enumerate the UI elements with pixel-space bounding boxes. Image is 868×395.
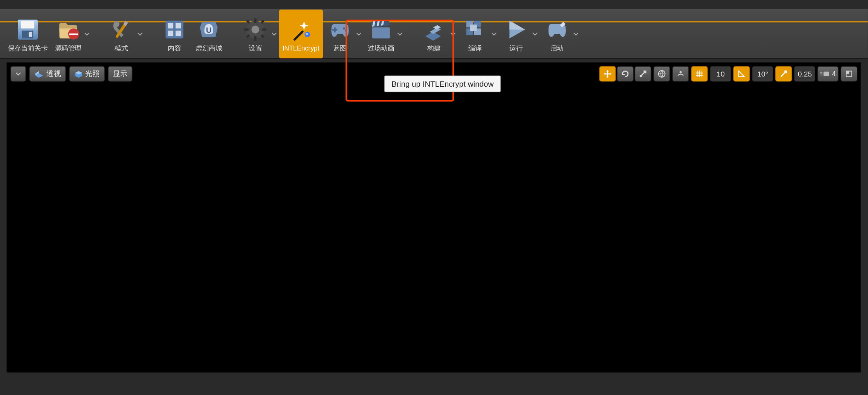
toolbar-label: 虚幻商城	[196, 44, 222, 53]
perspective-icon	[34, 70, 44, 78]
transform-scale-button[interactable]	[635, 66, 651, 81]
angle-snap-value[interactable]: 10°	[752, 66, 773, 81]
perspective-dropdown[interactable]: 透视	[29, 66, 66, 81]
toolbar-label: 蓝图	[333, 44, 346, 53]
build-button[interactable]: 构建	[417, 9, 451, 58]
svg-rect-14	[254, 18, 257, 23]
toolbar-label: 运行	[509, 44, 523, 53]
marketplace-button[interactable]: U 虚幻商城	[192, 9, 226, 58]
transform-translate-button[interactable]	[599, 66, 616, 81]
surface-snap-toggle[interactable]	[672, 66, 689, 81]
toolbar-label: 构建	[427, 44, 440, 53]
toolbar-label: 编译	[468, 44, 481, 53]
svg-rect-35	[470, 24, 477, 31]
camera-speed-button[interactable]: 4	[818, 66, 838, 81]
magic-wand-icon	[287, 17, 315, 44]
move-icon	[603, 69, 612, 78]
scale-snap-icon	[779, 69, 789, 78]
svg-point-28	[342, 27, 345, 29]
toolbar-label: 内容	[168, 44, 181, 53]
cube-lit-icon	[74, 70, 83, 78]
cinematics-button[interactable]: 过场动画	[364, 9, 398, 58]
show-dropdown[interactable]: 显示	[108, 66, 133, 81]
grid-icon	[695, 69, 704, 78]
settings-button[interactable]: 设置	[238, 9, 272, 58]
svg-text:U: U	[206, 25, 212, 34]
svg-rect-11	[176, 31, 181, 36]
svg-point-29	[345, 29, 347, 32]
viewport-right-toolbar: 10 10° 0.25 4	[599, 66, 857, 81]
toolbar-label: 过场动画	[368, 44, 394, 53]
play-button[interactable]: 运行	[499, 9, 533, 58]
tooltip: Bring up INTLEncrypt window	[384, 75, 501, 92]
clapperboard-icon	[367, 16, 395, 43]
source-control-icon	[54, 16, 82, 43]
svg-rect-43	[846, 71, 849, 74]
grid-snap-value[interactable]: 10	[710, 66, 731, 81]
svg-rect-8	[168, 23, 173, 28]
svg-rect-41	[824, 72, 829, 76]
perspective-label: 透视	[46, 69, 61, 79]
svg-rect-4	[29, 32, 32, 37]
modes-button[interactable]: 模式	[104, 9, 138, 58]
svg-rect-17	[262, 28, 266, 31]
grid-snap-toggle[interactable]	[691, 66, 708, 81]
svg-rect-23	[293, 30, 304, 41]
build-icon	[420, 16, 448, 43]
content-browser-button[interactable]: 内容	[157, 9, 191, 58]
toolbar-label: 启动	[550, 44, 564, 53]
svg-point-40	[680, 71, 682, 73]
toolbar-label: 保存当前关卡	[8, 44, 48, 53]
show-label: 显示	[113, 69, 127, 79]
launch-button[interactable]: 启动	[540, 9, 574, 58]
content-icon	[160, 16, 188, 43]
angle-icon	[737, 69, 746, 78]
compile-button[interactable]: 编译	[458, 9, 492, 58]
scale-icon	[639, 69, 648, 78]
svg-rect-2	[21, 20, 34, 28]
gamepad-icon	[326, 16, 354, 43]
rotate-icon	[621, 69, 630, 78]
toolbar-label: 设置	[249, 44, 262, 53]
svg-rect-16	[244, 28, 249, 31]
svg-rect-30	[372, 27, 390, 38]
viewport-options-dropdown[interactable]	[11, 66, 26, 81]
coordinate-system-toggle[interactable]	[654, 66, 670, 81]
svg-rect-10	[168, 31, 173, 36]
svg-point-22	[251, 25, 259, 33]
main-toolbar: 保存当前关卡 源码管理 模式	[0, 9, 868, 59]
play-icon	[502, 16, 530, 43]
globe-icon	[657, 69, 666, 78]
surface-snap-icon	[676, 69, 685, 78]
intlencrypt-button[interactable]: INTLEncrypt	[279, 9, 323, 58]
scale-snap-value[interactable]: 0.25	[794, 66, 815, 81]
toolbar-label: 模式	[115, 44, 128, 53]
toolbar-label: INTLEncrypt	[283, 44, 319, 52]
blocks-icon	[461, 16, 489, 43]
transform-rotate-button[interactable]	[617, 66, 634, 81]
toolbar-label: 源码管理	[55, 44, 82, 53]
gamepad-launch-icon	[543, 16, 571, 43]
maximize-icon	[845, 70, 853, 78]
svg-rect-9	[176, 23, 181, 28]
scale-snap-toggle[interactable]	[775, 66, 792, 81]
save-icon	[14, 16, 42, 43]
blueprints-button[interactable]: 蓝图	[323, 9, 357, 58]
angle-snap-toggle[interactable]	[734, 66, 750, 81]
svg-rect-6	[69, 33, 78, 35]
gear-icon	[241, 16, 269, 43]
save-level-button[interactable]: 保存当前关卡	[5, 9, 51, 58]
level-viewport[interactable]: 透视 光照 显示	[7, 62, 861, 372]
svg-rect-27	[332, 29, 337, 30]
svg-rect-38	[640, 75, 642, 77]
source-control-button[interactable]: 源码管理	[51, 9, 85, 58]
svg-rect-37	[605, 73, 610, 75]
viewport-left-toolbar: 透视 光照 显示	[11, 66, 132, 81]
camera-speed-icon	[821, 70, 830, 78]
marketplace-icon: U	[195, 16, 223, 43]
svg-point-25	[306, 33, 308, 35]
view-mode-dropdown[interactable]: 光照	[69, 66, 105, 81]
svg-rect-15	[254, 36, 257, 40]
view-mode-label: 光照	[85, 69, 99, 79]
maximize-viewport-button[interactable]	[840, 66, 857, 81]
